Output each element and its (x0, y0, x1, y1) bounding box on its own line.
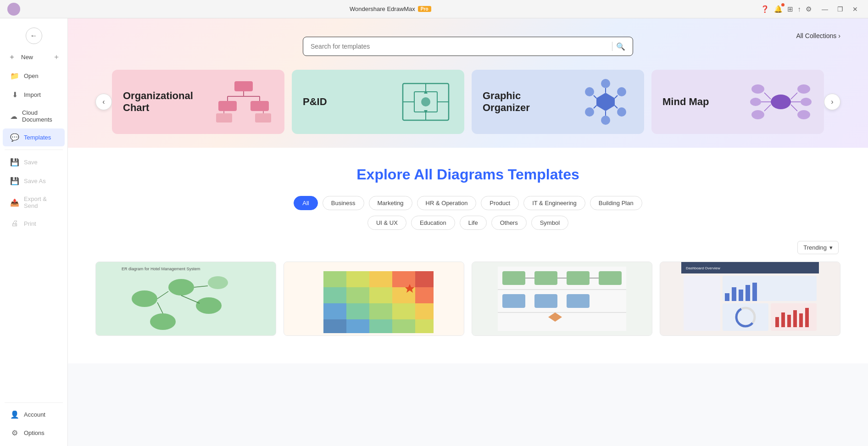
filter-tab-education[interactable]: Education (411, 216, 455, 230)
all-collections-link[interactable]: All Collections › (796, 32, 840, 39)
svg-point-47 (132, 290, 157, 307)
svg-point-34 (751, 84, 764, 94)
template-card-mind-map[interactable]: Mind Map (651, 70, 824, 134)
svg-rect-96 (732, 287, 736, 301)
title-bar: Wondershare EdrawMax Pro ❓ 🔔 ⊞ ↑ ⚙ — ❐ ✕ (0, 0, 868, 18)
svg-point-48 (168, 279, 194, 295)
svg-rect-62 (346, 287, 369, 303)
org-chart-label: Organizational Chart (123, 90, 196, 114)
svg-rect-56 (323, 271, 346, 287)
sidebar-item-export-send: 📤 Export & Send (3, 191, 65, 214)
sidebar-item-templates[interactable]: 💬 Templates (3, 128, 65, 146)
options-icon: ⚙ (10, 429, 19, 437)
close-button[interactable]: ✕ (850, 5, 861, 14)
carousel-cards: Organizational Chart (112, 70, 824, 134)
template-card-graphic-organizer[interactable]: Graphic Organizer (472, 70, 644, 134)
search-bar: 🔍 (303, 37, 633, 56)
graphic-organizer-icon (578, 79, 633, 125)
svg-rect-67 (346, 303, 369, 319)
carousel-next-button[interactable]: › (824, 94, 840, 110)
template-thumb-1[interactable]: ER diagram for Hotel Management System (95, 262, 276, 336)
search-bar-wrap: 🔍 (303, 37, 633, 56)
trending-select[interactable]: Trending ▾ (797, 241, 839, 254)
svg-point-24 (601, 116, 610, 125)
user-avatar[interactable] (7, 3, 20, 16)
sort-chevron-icon: ▾ (829, 244, 833, 251)
svg-rect-93 (684, 276, 720, 331)
sidebar-item-open[interactable]: 📁 Open (3, 67, 65, 85)
print-icon: 🖨 (10, 219, 19, 228)
sidebar-item-options[interactable]: ⚙ Options (3, 424, 65, 442)
template-card-pid[interactable]: P&ID (292, 70, 464, 134)
svg-rect-104 (775, 317, 779, 327)
thumb-img-4: Dashboard Overview (660, 262, 840, 335)
search-icon[interactable]: 🔍 (616, 42, 625, 51)
filter-tab-product[interactable]: Product (481, 196, 519, 210)
template-thumb-4[interactable]: Dashboard Overview (660, 262, 840, 336)
filter-tab-others[interactable]: Others (491, 216, 527, 230)
new-plus-icon: ＋ (53, 52, 60, 62)
svg-rect-82 (567, 271, 590, 285)
filter-tab-it-engineering[interactable]: IT & Engineering (523, 196, 585, 210)
cloud-icon: ☁ (10, 112, 17, 121)
sidebar-item-import[interactable]: ⬇ Import (3, 86, 65, 104)
main-content: All Collections › 🔍 ‹ Organizational Cha… (68, 18, 868, 446)
help-icon[interactable]: ❓ (761, 5, 769, 13)
svg-rect-57 (346, 271, 369, 287)
settings-icon[interactable]: ⚙ (806, 5, 812, 13)
toolbar-icons: ❓ 🔔 ⊞ ↑ ⚙ (761, 5, 812, 13)
svg-point-13 (421, 97, 430, 106)
svg-point-22 (617, 87, 626, 96)
apps-icon[interactable]: ⊞ (787, 5, 793, 13)
title-bar-right: ❓ 🔔 ⊞ ↑ ⚙ — ❐ ✕ (761, 5, 861, 14)
back-button[interactable]: ← (26, 28, 42, 44)
svg-point-49 (196, 297, 222, 314)
svg-rect-68 (369, 303, 392, 319)
filter-tab-symbol[interactable]: Symbol (531, 216, 568, 230)
svg-rect-66 (323, 303, 346, 319)
svg-line-40 (764, 93, 771, 99)
filter-tab-building-plan[interactable]: Building Plan (590, 196, 642, 210)
save-as-icon: 💾 (10, 177, 19, 185)
search-input[interactable] (311, 43, 608, 50)
org-chart-icon (214, 79, 273, 125)
svg-rect-65 (415, 287, 434, 303)
window-controls: — ❐ ✕ (819, 5, 861, 14)
template-card-org-chart[interactable]: Organizational Chart (112, 70, 284, 134)
import-icon: ⬇ (10, 90, 19, 99)
svg-point-50 (150, 313, 176, 330)
svg-point-37 (797, 84, 810, 94)
save-label: Save (24, 159, 38, 166)
maximize-button[interactable]: ❐ (835, 5, 846, 14)
thumb-img-1: ER diagram for Hotel Management System (96, 262, 276, 335)
svg-rect-61 (323, 287, 346, 303)
sidebar-item-account[interactable]: 👤 Account (3, 406, 65, 424)
save-as-label: Save As (24, 178, 46, 184)
template-thumb-2[interactable] (284, 262, 464, 336)
templates-label: Templates (24, 134, 51, 141)
thumb-img-2 (284, 262, 464, 335)
svg-point-21 (601, 79, 610, 88)
print-label: Print (24, 220, 36, 227)
notification-icon[interactable]: 🔔 (774, 5, 783, 13)
filter-tab-marketing[interactable]: Marketing (369, 196, 412, 210)
share-icon[interactable]: ↑ (798, 5, 801, 13)
filter-tab-hr-operation[interactable]: HR & Operation (417, 196, 477, 210)
minimize-button[interactable]: — (819, 5, 831, 14)
svg-rect-109 (805, 308, 809, 327)
cloud-label: Cloud Documents (22, 109, 57, 123)
mind-map-label: Mind Map (662, 96, 709, 108)
filter-tab-all[interactable]: All (294, 196, 317, 210)
svg-rect-73 (369, 319, 392, 333)
filter-tab-life[interactable]: Life (460, 216, 487, 230)
svg-rect-69 (392, 303, 415, 319)
filter-tab-ui-ux[interactable]: UI & UX (367, 216, 406, 230)
svg-rect-99 (752, 283, 757, 301)
template-thumb-3[interactable] (472, 262, 652, 336)
sidebar-item-new[interactable]: ＋ New ＋ (0, 48, 67, 67)
carousel-prev-button[interactable]: ‹ (95, 94, 112, 110)
filter-tab-business[interactable]: Business (323, 196, 364, 210)
sidebar-item-save-as: 💾 Save As (3, 172, 65, 190)
account-icon: 👤 (10, 410, 19, 419)
sidebar-item-cloud-documents[interactable]: ☁ Cloud Documents (3, 105, 65, 128)
